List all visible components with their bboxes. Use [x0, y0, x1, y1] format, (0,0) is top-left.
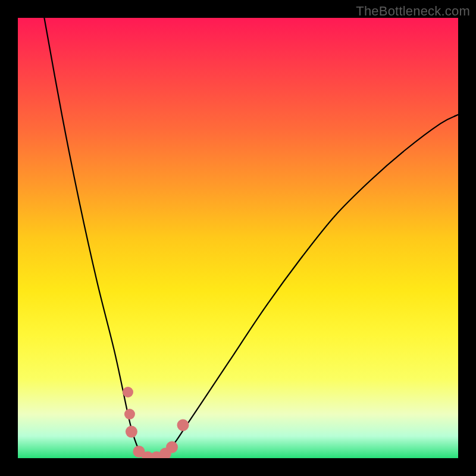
marker-group [123, 387, 189, 458]
watermark-text: TheBottleneck.com [356, 4, 470, 19]
plot-area [18, 18, 458, 458]
bottleneck-curve [44, 18, 458, 458]
marker-dot [123, 387, 133, 397]
chart-svg [18, 18, 458, 458]
marker-dot [177, 419, 189, 431]
marker-dot [166, 441, 178, 453]
marker-dot [126, 426, 137, 438]
marker-dot [124, 409, 135, 419]
chart-frame: TheBottleneck.com [0, 0, 476, 476]
